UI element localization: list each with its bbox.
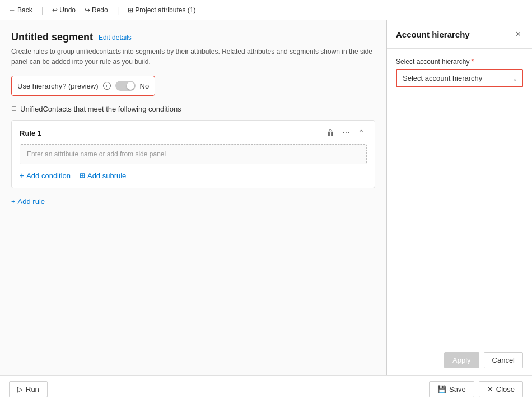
undo-icon: ↩ [52, 6, 58, 14]
save-icon: 💾 [437, 385, 446, 393]
right-panel: Account hierarchy × Select account hiera… [386, 20, 532, 375]
rule-footer: + Add condition ⊞ Add subrule [20, 170, 367, 181]
rule-actions: 🗑 ⋯ ⌃ [324, 127, 367, 138]
right-panel-header: Account hierarchy × [387, 20, 532, 49]
cancel-button[interactable]: Cancel [484, 352, 523, 368]
add-rule-label: Add rule [18, 197, 45, 206]
bottom-bar-left: ▷ Run [9, 381, 48, 397]
attribute-input-box[interactable]: Enter an attribute name or add from side… [20, 144, 367, 164]
main-layout: Untitled segment Edit details Create rul… [0, 20, 532, 375]
redo-button[interactable]: ↪ Redo [82, 5, 110, 15]
bottom-bar-right: 💾 Save ✕ Close [429, 381, 523, 397]
back-label: Back [17, 6, 32, 14]
apply-label: Apply [452, 356, 471, 364]
rule-header: Rule 1 🗑 ⋯ ⌃ [20, 127, 367, 138]
right-panel-title: Account hierarchy [396, 30, 470, 39]
add-rule-plus-icon: + [11, 197, 16, 206]
back-button[interactable]: ← Back [7, 5, 35, 15]
collapse-icon: ⌃ [358, 128, 365, 137]
more-options-icon: ⋯ [342, 128, 350, 137]
close-panel-icon: × [516, 29, 521, 39]
bottom-bar: ▷ Run 💾 Save ✕ Close [0, 375, 532, 403]
separator-1: | [41, 6, 44, 15]
rule-delete-button[interactable]: 🗑 [324, 127, 337, 138]
checkbox-icon: ☐ [11, 105, 17, 113]
toolbar: ← Back | ↩ Undo ↪ Redo | ⊞ Project attri… [0, 0, 532, 20]
separator-2: | [117, 6, 119, 15]
redo-label: Redo [92, 6, 108, 14]
page-title-row: Untitled segment Edit details [11, 31, 375, 43]
close-icon: ✕ [487, 385, 493, 393]
apply-button[interactable]: Apply [444, 352, 479, 368]
back-icon: ← [9, 6, 16, 14]
select-wrapper: Select account hierarchy ⌄ [396, 69, 523, 87]
project-attrs-label: Project attributes (1) [135, 6, 195, 14]
redo-icon: ↪ [85, 6, 90, 14]
hierarchy-label: Use hierarchy? (preview) [17, 82, 99, 90]
run-button[interactable]: ▷ Run [9, 381, 48, 397]
edit-details-link[interactable]: Edit details [99, 34, 132, 41]
close-panel-button[interactable]: × [514, 28, 523, 40]
rule-title: Rule 1 [20, 129, 41, 137]
close-label: Close [496, 385, 515, 393]
run-icon: ▷ [17, 385, 23, 393]
add-subrule-icon: ⊞ [80, 172, 85, 179]
project-icon: ⊞ [128, 6, 133, 14]
account-hierarchy-select[interactable]: Select account hierarchy [397, 70, 522, 86]
save-button[interactable]: 💾 Save [429, 381, 474, 397]
rule-more-button[interactable]: ⋯ [340, 127, 352, 138]
close-button[interactable]: ✕ Close [479, 381, 523, 397]
required-star: * [471, 58, 474, 66]
add-subrule-label: Add subrule [87, 172, 126, 180]
rule-collapse-button[interactable]: ⌃ [356, 127, 367, 138]
conditions-header: ☐ UnifiedContacts that meet the followin… [11, 105, 375, 113]
cancel-label: Cancel [492, 356, 515, 364]
toggle-knob [127, 82, 134, 90]
add-rule-button[interactable]: + Add rule [11, 195, 45, 208]
undo-label: Undo [59, 6, 76, 14]
add-condition-label: Add condition [26, 172, 71, 180]
save-label: Save [449, 385, 466, 393]
page-title: Untitled segment [11, 31, 93, 43]
right-panel-footer: Apply Cancel [387, 345, 532, 375]
attribute-placeholder: Enter an attribute name or add from side… [27, 150, 166, 158]
add-condition-button[interactable]: + Add condition [20, 170, 71, 181]
trash-icon: 🗑 [326, 128, 334, 137]
hierarchy-toggle-row: Use hierarchy? (preview) i No [11, 76, 155, 96]
field-label-text: Select account hierarchy [396, 58, 469, 66]
toggle-state-label: No [140, 82, 150, 90]
right-panel-content: Select account hierarchy * Select accoun… [387, 49, 532, 206]
project-attrs-button[interactable]: ⊞ Project attributes (1) [125, 5, 198, 15]
hierarchy-toggle[interactable] [115, 81, 136, 91]
select-field-label: Select account hierarchy * [396, 58, 523, 66]
right-panel-spacer [387, 206, 532, 345]
description-text: Create rules to group unifiedcontacts in… [11, 47, 375, 67]
rule-card: Rule 1 🗑 ⋯ ⌃ Enter an attribute name or … [11, 120, 375, 188]
undo-button[interactable]: ↩ Undo [50, 5, 78, 15]
conditions-text: UnifiedContacts that meet the following … [20, 105, 181, 113]
add-subrule-button[interactable]: ⊞ Add subrule [80, 170, 126, 181]
left-panel: Untitled segment Edit details Create rul… [0, 20, 386, 375]
run-label: Run [26, 385, 39, 393]
hierarchy-info-icon[interactable]: i [103, 82, 111, 90]
add-condition-plus-icon: + [20, 171, 24, 180]
